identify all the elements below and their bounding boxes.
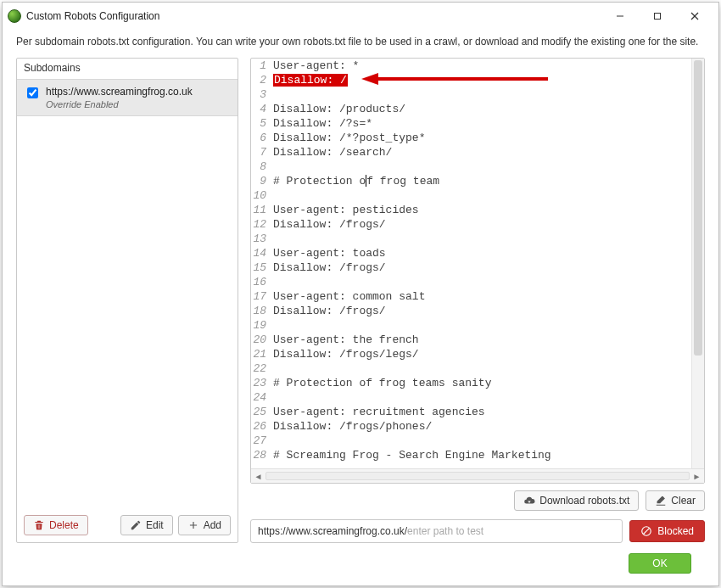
code-line[interactable]: 8: [251, 160, 704, 174]
add-label: Add: [204, 519, 221, 531]
blocked-icon: [640, 525, 652, 537]
code-line[interactable]: 18Disallow: /frogs/: [251, 304, 704, 318]
editor-content[interactable]: 1User-agent: *2Disallow: /34Disallow: /p…: [251, 59, 704, 468]
code-line[interactable]: 23# Protection of frog teams sanity: [251, 376, 704, 390]
code-line[interactable]: 6Disallow: /*?post_type*: [251, 131, 704, 145]
subdomain-panel: Subdomains https://www.screamingfrog.co.…: [16, 58, 238, 543]
code-line[interactable]: 12Disallow: /frogs/: [251, 217, 704, 232]
code-text[interactable]: [271, 361, 704, 376]
code-text[interactable]: User-agent: common salt: [271, 289, 704, 304]
edit-button[interactable]: Edit: [120, 515, 173, 535]
code-text[interactable]: [271, 275, 704, 289]
code-text[interactable]: Disallow: /frogs/phones/: [271, 419, 704, 434]
vertical-scrollbar-thumb[interactable]: [694, 60, 702, 355]
code-line[interactable]: 15Disallow: /frogs/: [251, 260, 704, 275]
ok-button[interactable]: OK: [629, 553, 691, 574]
code-line[interactable]: 21Disallow: /frogs/legs/: [251, 347, 704, 361]
code-line[interactable]: 5Disallow: /?s=*: [251, 116, 704, 131]
line-number: 7: [251, 145, 271, 160]
code-text[interactable]: Disallow: /products/: [271, 102, 704, 116]
line-number: 18: [251, 304, 271, 318]
clear-button[interactable]: Clear: [646, 490, 705, 511]
line-number: 15: [251, 260, 271, 275]
line-number: 17: [251, 289, 271, 304]
code-line[interactable]: 22: [251, 361, 704, 376]
code-text[interactable]: User-agent: recruitment agencies: [271, 405, 704, 419]
highlighted-text: Disallow: /: [273, 74, 348, 87]
code-text[interactable]: [271, 434, 704, 448]
window-controls: [601, 3, 713, 29]
vertical-scrollbar[interactable]: [691, 59, 704, 468]
code-line[interactable]: 25User-agent: recruitment agencies: [251, 405, 704, 419]
minimize-button[interactable]: [601, 3, 639, 29]
code-text[interactable]: [271, 232, 704, 246]
code-text[interactable]: User-agent: toads: [271, 246, 704, 260]
subdomain-checkbox[interactable]: [27, 87, 38, 98]
code-line[interactable]: 24: [251, 390, 704, 405]
delete-label: Delete: [49, 519, 79, 531]
test-path-input[interactable]: https://www.screamingfrog.co.uk/enter pa…: [250, 519, 623, 543]
code-line[interactable]: 13: [251, 232, 704, 246]
download-robots-button[interactable]: Download robots.txt: [514, 490, 639, 511]
code-text[interactable]: [271, 390, 704, 405]
hscroll-track[interactable]: [265, 472, 690, 480]
line-number: 20: [251, 333, 271, 347]
test-result-label: Blocked: [657, 525, 694, 537]
code-line[interactable]: 17User-agent: common salt: [251, 289, 704, 304]
code-text[interactable]: Disallow: /frogs/legs/: [271, 347, 704, 361]
code-line[interactable]: 1User-agent: *: [251, 59, 704, 73]
hscroll-left-arrow[interactable]: ◄: [251, 472, 265, 481]
code-text[interactable]: Disallow: /frogs/: [271, 217, 704, 232]
code-line[interactable]: 20User-agent: the french: [251, 333, 704, 347]
code-text[interactable]: # Protection of frog team: [271, 174, 704, 188]
code-line[interactable]: 7Disallow: /search/: [251, 145, 704, 160]
code-line[interactable]: 16: [251, 275, 704, 289]
add-button[interactable]: Add: [178, 515, 231, 535]
hscroll-right-arrow[interactable]: ►: [690, 472, 704, 481]
trash-icon: [33, 519, 45, 531]
subdomain-item[interactable]: https://www.screamingfrog.co.uk Override…: [17, 80, 238, 116]
code-line[interactable]: 27: [251, 434, 704, 448]
line-number: 5: [251, 116, 271, 131]
svg-line-7: [644, 529, 650, 535]
code-line[interactable]: 26Disallow: /frogs/phones/: [251, 419, 704, 434]
clear-label: Clear: [671, 495, 696, 507]
code-line[interactable]: 2Disallow: /: [251, 73, 704, 87]
code-line[interactable]: 19: [251, 318, 704, 333]
code-text[interactable]: Disallow: /?s=*: [271, 116, 704, 131]
code-line[interactable]: 3: [251, 87, 704, 102]
robots-editor[interactable]: 1User-agent: *2Disallow: /34Disallow: /p…: [250, 58, 705, 484]
code-text[interactable]: [271, 87, 704, 102]
code-text[interactable]: Disallow: /search/: [271, 145, 704, 160]
edit-label: Edit: [146, 519, 164, 531]
close-button[interactable]: [676, 3, 713, 29]
code-line[interactable]: 11User-agent: pesticides: [251, 203, 704, 217]
code-text[interactable]: Disallow: /: [271, 73, 704, 87]
horizontal-scrollbar[interactable]: ◄ ►: [251, 468, 704, 483]
line-number: 1: [251, 59, 271, 73]
eraser-icon: [655, 495, 667, 507]
code-text[interactable]: [271, 188, 704, 203]
code-text[interactable]: User-agent: pesticides: [271, 203, 704, 217]
code-text[interactable]: [271, 160, 704, 174]
maximize-button[interactable]: [639, 3, 676, 29]
code-text[interactable]: Disallow: /*?post_type*: [271, 131, 704, 145]
subdomain-override-label: Override Enabled: [46, 99, 193, 109]
svg-rect-1: [655, 14, 661, 20]
code-text[interactable]: Disallow: /frogs/: [271, 304, 704, 318]
test-row: https://www.screamingfrog.co.uk/enter pa…: [250, 514, 705, 543]
code-line[interactable]: 4Disallow: /products/: [251, 102, 704, 116]
code-text[interactable]: User-agent: the french: [271, 333, 704, 347]
code-line[interactable]: 28# Screaming Frog - Search Engine Marke…: [251, 448, 704, 462]
code-line[interactable]: 9# Protection of frog team: [251, 174, 704, 188]
code-text[interactable]: Disallow: /frogs/: [271, 260, 704, 275]
code-text[interactable]: # Screaming Frog - Search Engine Marketi…: [271, 448, 704, 462]
code-text[interactable]: # Protection of frog teams sanity: [271, 376, 704, 390]
ok-label: OK: [652, 557, 667, 569]
code-text[interactable]: User-agent: *: [271, 59, 704, 73]
code-text[interactable]: [271, 318, 704, 333]
delete-button[interactable]: Delete: [24, 515, 88, 535]
subdomain-list[interactable]: https://www.screamingfrog.co.uk Override…: [17, 80, 238, 508]
code-line[interactable]: 10: [251, 188, 704, 203]
code-line[interactable]: 14User-agent: toads: [251, 246, 704, 260]
